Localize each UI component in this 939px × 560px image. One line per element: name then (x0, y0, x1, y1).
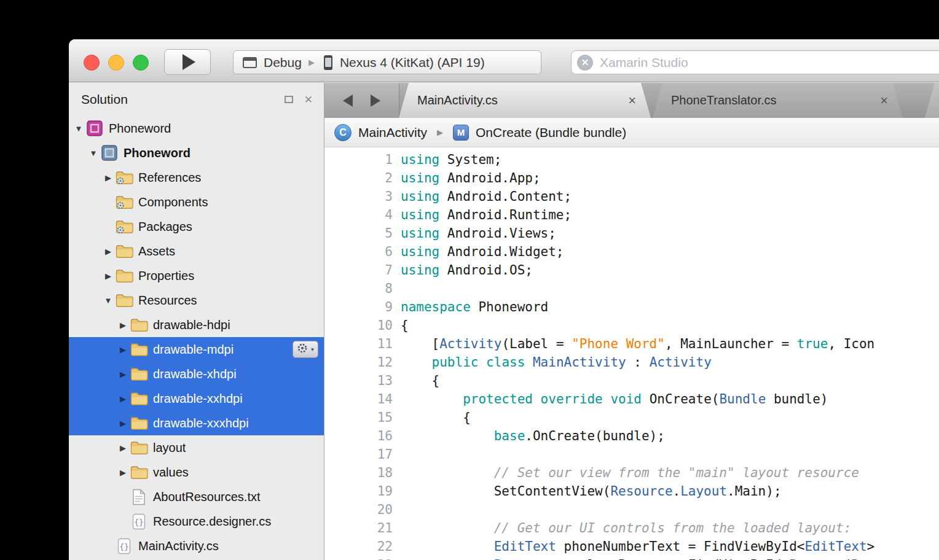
tree-item-values[interactable]: ▶values (69, 460, 324, 484)
zoom-window-button[interactable] (133, 55, 149, 71)
chevron-right-icon: ▶ (308, 58, 315, 67)
line-number: 12 (324, 353, 393, 371)
tree-item-label: Phoneword (109, 122, 171, 136)
tab-close-icon[interactable]: × (628, 94, 636, 107)
tree-item-phoneword[interactable]: ▼Phoneword (69, 141, 324, 165)
class-icon: C (334, 124, 352, 141)
line-number: 1 (324, 150, 393, 169)
code-text: namespace Phoneword (393, 298, 548, 316)
caret-down-icon: ▼ (310, 347, 315, 352)
tree-item-phoneword[interactable]: ▼Phoneword (69, 116, 324, 141)
titlebar[interactable]: Debug ▶ Nexus 4 (KitKat) (API 19) ✕ Xama… (69, 39, 939, 82)
breadcrumb-member[interactable]: OnCreate (Bundle bundle) (476, 125, 626, 140)
tree-item-label: drawable-xxxhdpi (153, 416, 249, 430)
tree-item-properties[interactable]: ▶Properties (69, 263, 324, 288)
code-text: // Set our view from the "main" layout r… (393, 464, 859, 482)
breadcrumb-class[interactable]: MainActivity (358, 125, 427, 140)
code-text: using Android.Content; (393, 187, 572, 206)
disclosure-collapsed-icon[interactable]: ▶ (102, 247, 114, 256)
minimize-window-button[interactable] (108, 55, 124, 71)
method-icon: M (453, 125, 469, 141)
disclosure-expanded-icon[interactable]: ▼ (87, 149, 100, 158)
code-text: using Android.App; (393, 169, 541, 187)
disclosure-collapsed-icon[interactable]: ▶ (117, 394, 129, 403)
configuration-icon (243, 57, 257, 68)
tree-item-components[interactable]: Components (69, 190, 324, 214)
tab-mainactivity-cs[interactable]: MainActivity.cs× (399, 83, 651, 118)
tree-item-label: layout (153, 441, 186, 455)
code-area[interactable]: 1using System;2using Android.App;3using … (324, 147, 939, 560)
code-text: protected override void OnCreate(Bundle … (393, 390, 828, 408)
line-number: 13 (324, 371, 393, 390)
file-cs-icon: {} (114, 538, 134, 554)
code-line: 14 protected override void OnCreate(Bund… (324, 390, 939, 408)
disclosure-collapsed-icon[interactable]: ▶ (117, 345, 129, 354)
code-line: 21 // Get our UI controls from the loade… (324, 519, 939, 537)
tree-item-drawable-xhdpi[interactable]: ▶drawable-xhdpi (69, 362, 324, 386)
editor-pane: MainActivity.cs×PhoneTranslator.cs× C Ma… (324, 83, 939, 560)
tab-close-icon[interactable]: × (880, 94, 888, 107)
code-line: 6using Android.Widget; (324, 243, 939, 261)
disclosure-collapsed-icon[interactable]: ▶ (117, 321, 129, 330)
device-label: Nexus 4 (KitKat) (API 19) (340, 55, 485, 70)
tab-navigation (324, 83, 399, 118)
play-icon (183, 54, 195, 70)
folder-icon (129, 416, 149, 431)
solution-pad-header: Solution ✕ (69, 83, 324, 116)
disclosure-collapsed-icon[interactable]: ▶ (117, 419, 129, 428)
pad-title: Solution (81, 92, 285, 107)
folder-gear-icon (114, 170, 134, 185)
code-line: 19 SetContentView(Resource.Layout.Main); (324, 482, 939, 500)
line-number: 18 (324, 464, 393, 482)
code-text: [Activity(Label = "Phone Word", MainLaun… (393, 335, 874, 353)
tree-item-label: AboutResources.txt (153, 490, 261, 504)
tree-item-drawable-mdpi[interactable]: ▶drawable-mdpi▼ (69, 337, 324, 362)
build-config-selector[interactable]: Debug ▶ Nexus 4 (KitKat) (API 19) (233, 50, 541, 74)
line-number: 16 (324, 427, 393, 445)
disclosure-collapsed-icon[interactable]: ▶ (117, 443, 129, 453)
solution-tree[interactable]: ▼Phoneword▼Phoneword▶ReferencesComponent… (69, 116, 324, 560)
tree-item-aboutresources-txt[interactable]: AboutResources.txt (69, 484, 324, 509)
tree-item-resources[interactable]: ▼Resources (69, 288, 324, 313)
folder-options-button[interactable]: ▼ (293, 341, 318, 358)
disclosure-expanded-icon[interactable]: ▼ (73, 124, 85, 133)
navigate-back-icon[interactable] (343, 95, 353, 107)
tree-item-assets[interactable]: ▶Assets (69, 239, 324, 263)
close-pad-icon[interactable]: ✕ (304, 95, 313, 105)
code-line: 2using Android.App; (324, 169, 939, 187)
run-button[interactable] (164, 49, 211, 75)
tree-item-label: References (138, 171, 201, 185)
line-number: 11 (324, 335, 393, 353)
tree-item-drawable-xxhdpi[interactable]: ▶drawable-xxhdpi (69, 386, 324, 411)
code-text: public class MainActivity : Activity (393, 353, 712, 371)
line-number: 9 (324, 298, 393, 316)
disclosure-expanded-icon[interactable]: ▼ (102, 296, 114, 305)
folder-icon (129, 317, 149, 333)
disclosure-collapsed-icon[interactable]: ▶ (117, 370, 129, 379)
tree-item-drawable-hdpi[interactable]: ▶drawable-hdpi (69, 313, 324, 337)
folder-icon (114, 268, 134, 284)
disclosure-collapsed-icon[interactable]: ▶ (117, 468, 129, 477)
tree-item-resource-designer-cs[interactable]: {}Resource.designer.cs (69, 509, 324, 534)
solution-icon (85, 120, 104, 136)
tree-item-label: Resource.designer.cs (153, 515, 271, 529)
tree-item-packages[interactable]: Packages (69, 214, 324, 239)
disclosure-collapsed-icon[interactable]: ▶ (102, 173, 114, 182)
tab-phonetranslator-cs[interactable]: PhoneTranslator.cs× (653, 83, 903, 118)
navigate-forward-icon[interactable] (371, 95, 380, 107)
code-line: 5using Android.Views; (324, 224, 939, 243)
tree-item-drawable-xxxhdpi[interactable]: ▶drawable-xxxhdpi (69, 411, 324, 435)
solution-pad: Solution ✕ ▼Phoneword▼Phoneword▶Referenc… (69, 83, 324, 560)
line-number: 7 (324, 261, 393, 279)
dock-pad-icon[interactable] (285, 96, 293, 103)
line-number: 10 (324, 316, 393, 335)
folder-gear-icon (114, 219, 134, 235)
disclosure-collapsed-icon[interactable]: ▶ (102, 271, 114, 281)
search-field[interactable]: ✕ Xamarin Studio (571, 50, 939, 74)
tree-item-layout[interactable]: ▶layout (69, 435, 324, 460)
chevron-right-icon: ▶ (437, 128, 443, 137)
tree-item-references[interactable]: ▶References (69, 165, 324, 190)
close-window-button[interactable] (84, 55, 100, 71)
tree-item-label: Phoneword (124, 146, 191, 160)
tree-item-mainactivity-cs[interactable]: {}MainActivity.cs (69, 534, 324, 558)
